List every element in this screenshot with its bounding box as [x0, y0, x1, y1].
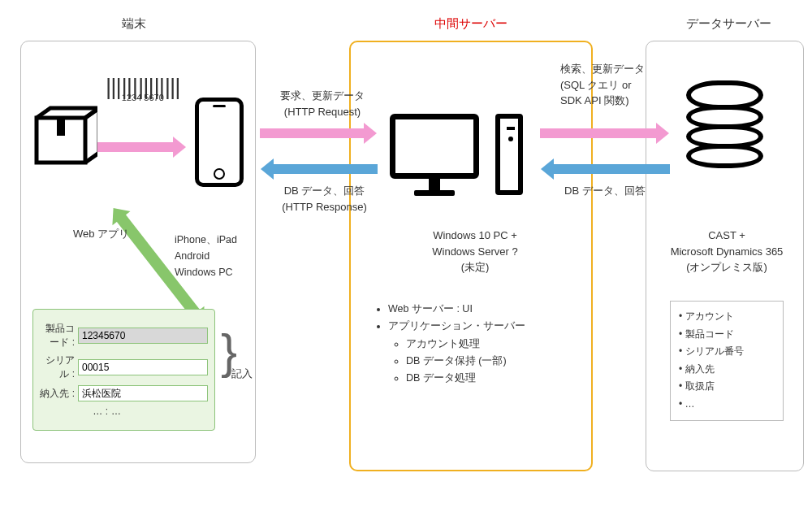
arrow-sql-query [540, 128, 658, 138]
label-etc: … : [40, 406, 108, 417]
package-box-icon [32, 106, 97, 171]
database-icon [686, 85, 763, 168]
label-product-code: 製品コード : [40, 322, 75, 349]
arrow-http-response [272, 164, 378, 174]
value-etc: … [111, 406, 121, 417]
label-kinyu: 記入 [231, 366, 253, 382]
smartphone-icon [195, 98, 244, 187]
desktop-monitor-icon [390, 114, 479, 196]
input-product-code[interactable] [78, 328, 208, 344]
svg-rect-1 [57, 118, 65, 136]
input-destination[interactable] [78, 385, 208, 401]
barcode-icon: ||| || | ||| || ||| 1234 5670 [106, 81, 180, 102]
label-webapp: Web アプリ [73, 226, 129, 242]
label-sql-query: 検索、更新データ (SQL クエリ or SDK API 関数) [560, 61, 658, 109]
pc-tower-icon [495, 114, 523, 195]
column-title-data: データサーバー [686, 16, 771, 32]
column-title-middle: 中間サーバー [434, 16, 508, 32]
label-middle-spec: Windows 10 PC + Windows Server ? (未定) [422, 228, 528, 276]
label-http-request: 要求、更新データ(HTTP Request) [270, 88, 375, 119]
data-fields-card: • アカウント • 製品コード • シリアル番号 • 納入先 • 取扱店 • … [670, 301, 784, 421]
label-device-list: iPhone、iPad Android Windows PC [175, 232, 237, 280]
middle-bullet-list: Web サーバー : UI アプリケーション・サーバー アカウント処理 DB デ… [374, 301, 525, 387]
column-title-terminal: 端末 [122, 16, 146, 32]
arrow-scan-to-phone [97, 142, 175, 152]
label-destination: 納入先 : [40, 387, 75, 401]
label-serial: シリアル : [40, 354, 75, 381]
label-db-return: DB データ、回答 [564, 183, 646, 199]
webapp-form-panel: 製品コード : シリアル : 納入先 : … : … [32, 309, 215, 431]
arrow-db-return [552, 164, 670, 174]
label-right-spec: CAST + Microsoft Dynamics 365 (オンプレミス版) [662, 228, 792, 276]
label-http-response: DB データ、回答(HTTP Response) [270, 183, 379, 215]
brace-icon: } [221, 337, 237, 367]
arrow-http-request [260, 128, 365, 138]
input-serial[interactable] [78, 359, 208, 375]
